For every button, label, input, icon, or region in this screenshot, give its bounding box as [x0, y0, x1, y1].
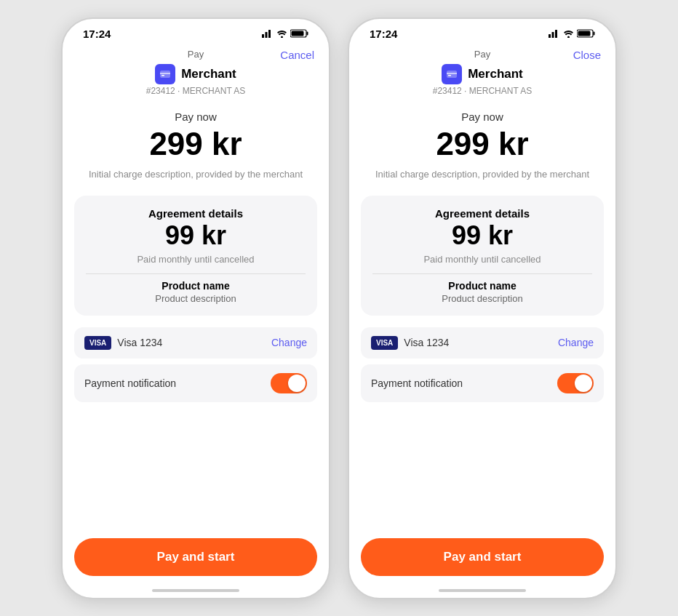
notification-toggle-1[interactable]	[271, 373, 307, 393]
signal-icon-1	[262, 29, 274, 38]
agreement-divider-2	[372, 273, 592, 274]
app-header-2: Pay Merchant #23412 · MERCHANT AS Close	[349, 43, 615, 99]
product-desc-2: Product description	[372, 293, 592, 304]
visa-badge-1: VISA	[84, 336, 111, 350]
merchant-name-2: Merchant	[468, 67, 523, 81]
card-info-2: VISA Visa 1234	[371, 336, 449, 350]
pay-now-label-1: Pay now	[175, 111, 217, 123]
product-desc-1: Product description	[86, 293, 306, 304]
product-name-2: Product name	[372, 280, 592, 292]
pay-section-1: Pay now 299 kr Initial charge descriptio…	[63, 99, 329, 187]
header-center-1: Pay Merchant #23412 · MERCHANT AS	[146, 49, 246, 96]
merchant-row-2: Merchant	[442, 64, 523, 84]
svg-rect-0	[262, 34, 264, 38]
status-bar-1: 17:24	[63, 19, 329, 43]
home-indicator-2	[439, 589, 526, 592]
payment-method-row-2: VISA Visa 1234 Change	[361, 327, 604, 359]
svg-rect-11	[552, 32, 554, 38]
pay-button-container-1: Pay and start	[63, 405, 329, 598]
phone-1: 17:24	[61, 17, 330, 599]
merchant-icon-1	[155, 64, 175, 84]
product-name-1: Product name	[86, 280, 306, 292]
wifi-icon-2	[563, 30, 574, 38]
app-header-1: Pay Merchant #23412 · MERCHANT AS Cancel	[63, 43, 329, 99]
pay-label-2: Pay	[474, 49, 490, 60]
agreement-frequency-1: Paid monthly until cancelled	[86, 254, 306, 265]
pay-button-container-2: Pay and start	[349, 405, 615, 598]
status-bar-2: 17:24	[349, 19, 615, 43]
home-indicator-1	[152, 589, 239, 592]
pay-now-label-2: Pay now	[461, 111, 503, 123]
agreement-frequency-2: Paid monthly until cancelled	[372, 254, 592, 265]
agreement-title-2: Agreement details	[435, 207, 530, 220]
svg-rect-16	[578, 31, 591, 36]
battery-icon-2	[577, 29, 595, 38]
toggle-knob-1	[288, 375, 306, 392]
payment-method-row-1: VISA Visa 1234 Change	[74, 327, 317, 359]
wifi-icon-1	[276, 30, 287, 38]
agreement-card-1: Agreement details 99 kr Paid monthly unt…	[74, 196, 317, 316]
svg-rect-5	[307, 32, 308, 36]
merchant-logo-2	[446, 68, 458, 80]
svg-rect-2	[268, 30, 271, 38]
change-button-1[interactable]: Change	[271, 337, 307, 348]
svg-rect-10	[549, 34, 551, 38]
agreement-card-2: Agreement details 99 kr Paid monthly unt…	[361, 196, 604, 316]
svg-rect-9	[161, 75, 164, 76]
card-label-1: Visa 1234	[117, 337, 162, 348]
merchant-sub-2: #23412 · MERCHANT AS	[433, 86, 533, 96]
pay-and-start-button-2[interactable]: Pay and start	[361, 538, 604, 576]
status-icons-2	[549, 29, 595, 38]
pay-amount-2: 299 kr	[436, 126, 528, 162]
svg-point-13	[567, 36, 570, 38]
merchant-name-1: Merchant	[181, 67, 236, 81]
status-icons-1	[262, 29, 308, 38]
battery-icon-1	[290, 29, 308, 38]
svg-rect-8	[160, 73, 170, 74]
close-button[interactable]: Close	[573, 49, 601, 61]
agreement-divider-1	[86, 273, 306, 274]
notification-row-1: Payment notification	[74, 364, 317, 402]
merchant-logo-1	[159, 68, 171, 80]
pay-description-2: Initial charge description, provided by …	[375, 168, 589, 181]
card-label-2: Visa 1234	[404, 337, 449, 348]
agreement-title-1: Agreement details	[148, 207, 243, 220]
phone-2: 17:24	[348, 17, 617, 599]
svg-rect-6	[292, 31, 304, 36]
change-button-2[interactable]: Change	[558, 337, 594, 348]
toggle-knob-2	[575, 375, 592, 392]
visa-badge-2: VISA	[371, 336, 398, 350]
pay-and-start-button-1[interactable]: Pay and start	[74, 538, 317, 576]
status-time-1: 17:24	[83, 28, 111, 40]
notification-label-2: Payment notification	[371, 377, 463, 389]
svg-point-3	[281, 36, 283, 38]
signal-icon-2	[549, 29, 560, 38]
merchant-row-1: Merchant	[155, 64, 236, 84]
merchant-icon-2	[442, 64, 462, 84]
notification-label-1: Payment notification	[84, 377, 176, 389]
svg-rect-1	[266, 32, 268, 38]
header-center-2: Pay Merchant #23412 · MERCHANT AS	[433, 49, 533, 96]
svg-rect-19	[448, 75, 451, 76]
notification-row-2: Payment notification	[361, 364, 604, 402]
phones-container: 17:24	[61, 17, 617, 599]
card-info-1: VISA Visa 1234	[84, 336, 162, 350]
pay-label-1: Pay	[188, 49, 204, 60]
svg-rect-12	[555, 30, 557, 38]
notification-toggle-2[interactable]	[557, 373, 594, 393]
status-time-2: 17:24	[370, 28, 397, 40]
agreement-amount-1: 99 kr	[86, 220, 306, 251]
pay-section-2: Pay now 299 kr Initial charge descriptio…	[349, 99, 615, 187]
merchant-sub-1: #23412 · MERCHANT AS	[146, 86, 246, 96]
svg-rect-18	[447, 73, 457, 74]
agreement-amount-2: 99 kr	[372, 220, 592, 251]
cancel-button[interactable]: Cancel	[280, 49, 314, 61]
pay-description-1: Initial charge description, provided by …	[89, 168, 303, 181]
svg-rect-15	[594, 32, 595, 36]
pay-amount-1: 299 kr	[149, 126, 242, 162]
